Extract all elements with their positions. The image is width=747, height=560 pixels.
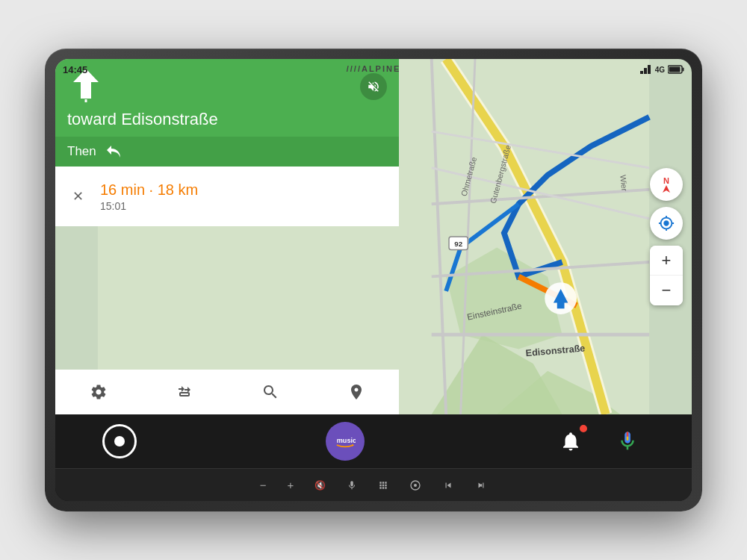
nav-info-card: ✕ 16 min · 18 km 15:01 bbox=[55, 167, 399, 226]
physical-controls-bar: − + 🔇 bbox=[55, 468, 692, 501]
android-bar: music bbox=[55, 414, 692, 468]
svg-text:92: 92 bbox=[454, 240, 462, 248]
svg-marker-28 bbox=[663, 185, 670, 193]
search-button[interactable] bbox=[255, 377, 285, 407]
cancel-button[interactable]: ✕ bbox=[67, 186, 88, 207]
mute-button[interactable] bbox=[360, 73, 387, 100]
turn-left-icon bbox=[104, 143, 125, 161]
direction-arrow-up bbox=[67, 68, 105, 105]
notifications-button[interactable] bbox=[551, 422, 590, 461]
then-turn-arrow bbox=[104, 143, 125, 161]
my-location-icon bbox=[658, 215, 675, 231]
settings-icon bbox=[90, 383, 108, 401]
screen: 14:45 ////ALPINE 4G bbox=[55, 59, 692, 414]
svg-rect-31 bbox=[627, 432, 629, 437]
compass-button[interactable]: N bbox=[650, 168, 683, 201]
device-inner: 14:45 ////ALPINE 4G bbox=[55, 59, 692, 501]
zoom-in-button[interactable]: + bbox=[650, 246, 683, 276]
up-arrow-icon bbox=[69, 67, 103, 106]
physical-volume-up[interactable]: + bbox=[288, 479, 294, 491]
bell-icon bbox=[560, 430, 582, 452]
physical-prev-track[interactable] bbox=[442, 480, 454, 491]
compass-arrow-icon bbox=[660, 185, 672, 193]
nav-eta: 15:01 bbox=[100, 200, 387, 212]
home-button[interactable] bbox=[100, 422, 139, 461]
mic-icon bbox=[616, 430, 639, 452]
search-icon bbox=[261, 383, 279, 401]
settings-button[interactable] bbox=[84, 377, 114, 407]
nav-panel: toward Edisonstraße Then ✕ 16 min · 18 bbox=[55, 59, 399, 414]
physical-next-track[interactable] bbox=[475, 480, 487, 491]
then-text: Then bbox=[67, 144, 96, 159]
amazon-music-button[interactable]: music bbox=[326, 422, 365, 461]
device: 14:45 ////ALPINE 4G bbox=[45, 49, 702, 511]
direction-top bbox=[67, 68, 387, 105]
amazon-icon: music bbox=[335, 435, 356, 448]
location-button[interactable] bbox=[650, 207, 683, 240]
pin-button[interactable] bbox=[341, 377, 371, 407]
home-inner-circle bbox=[114, 436, 125, 447]
direction-street: toward Edisonstraße bbox=[67, 110, 387, 129]
nav-duration: 16 min · 18 km bbox=[100, 181, 387, 199]
compass-north-label: N bbox=[663, 176, 669, 185]
location-pin-icon bbox=[347, 383, 365, 401]
physical-volume-down[interactable]: − bbox=[260, 479, 267, 491]
then-row: Then bbox=[55, 137, 399, 167]
physical-android-auto[interactable] bbox=[409, 479, 421, 491]
zoom-out-button[interactable]: − bbox=[650, 276, 683, 305]
svg-rect-32 bbox=[627, 437, 629, 441]
mute-icon bbox=[367, 80, 380, 93]
physical-menu[interactable] bbox=[378, 480, 388, 491]
direction-card: toward Edisonstraße bbox=[55, 59, 399, 137]
nav-time-info: 16 min · 18 km 15:01 bbox=[100, 181, 387, 212]
routes-button[interactable] bbox=[170, 377, 199, 407]
google-assistant-button[interactable] bbox=[608, 422, 647, 461]
right-bar-buttons bbox=[551, 422, 647, 461]
svg-marker-26 bbox=[73, 69, 99, 99]
routes-icon bbox=[176, 383, 193, 401]
zoom-controls: + − bbox=[650, 246, 683, 305]
svg-text:music: music bbox=[337, 437, 356, 444]
map-bottom-bar bbox=[55, 370, 399, 414]
physical-mute[interactable]: 🔇 bbox=[314, 480, 326, 491]
home-icon bbox=[102, 424, 137, 458]
physical-mic[interactable] bbox=[347, 480, 357, 491]
map-controls: N + − bbox=[650, 168, 683, 305]
svg-point-34 bbox=[414, 484, 417, 487]
notification-badge bbox=[580, 425, 587, 432]
svg-text:Wier: Wier bbox=[619, 175, 629, 192]
